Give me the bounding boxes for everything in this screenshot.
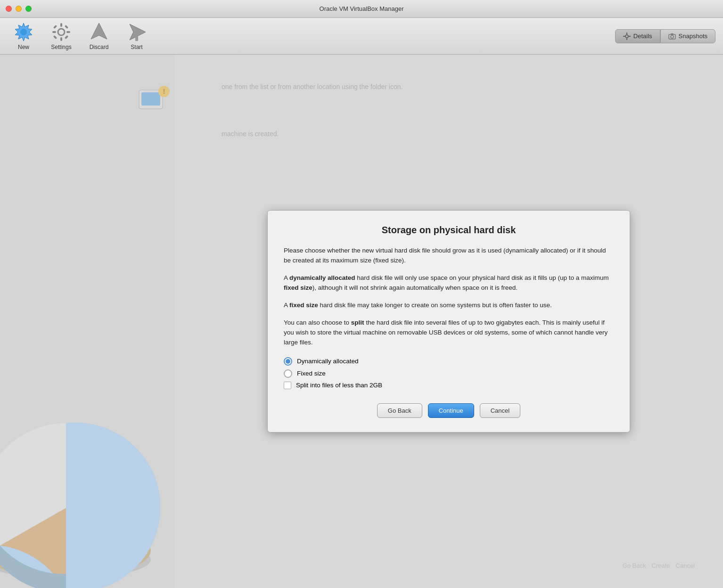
- window-controls: [6, 6, 32, 12]
- bold-split: split: [351, 319, 364, 326]
- snapshots-tab-label: Snapshots: [679, 33, 707, 40]
- toolbar-tabs: Details Snapshots: [615, 29, 715, 43]
- dialog-title: Storage on physical hard disk: [284, 225, 614, 236]
- svg-rect-9: [53, 35, 57, 39]
- svg-rect-17: [623, 36, 625, 37]
- option-split-label: Split into files of less than 2GB: [296, 382, 382, 389]
- new-icon: [14, 22, 33, 42]
- go-back-button[interactable]: Go Back: [377, 403, 422, 418]
- svg-text:!: !: [163, 88, 165, 95]
- svg-point-14: [625, 35, 628, 38]
- start-button[interactable]: Start: [118, 20, 156, 53]
- settings-button[interactable]: Settings: [42, 20, 80, 53]
- continue-button[interactable]: Continue: [428, 403, 474, 418]
- sidebar: !: [0, 55, 174, 588]
- start-label: Start: [131, 44, 142, 50]
- close-button[interactable]: [6, 6, 12, 12]
- dialog-desc-4: You can also choose to split the hard di…: [284, 318, 614, 348]
- option-dynamic[interactable]: Dynamically allocated: [284, 357, 614, 366]
- svg-rect-6: [66, 31, 70, 33]
- bold-fixed-size-2: fixed size: [289, 302, 318, 309]
- svg-rect-8: [65, 24, 68, 28]
- radio-dynamic-circle: [284, 357, 292, 366]
- dialog-desc-2: A dynamically allocated hard disk file w…: [284, 273, 614, 293]
- dialog: Storage on physical hard disk Please cho…: [267, 210, 630, 432]
- svg-rect-4: [60, 37, 62, 41]
- option-split[interactable]: Split into files of less than 2GB: [284, 382, 614, 389]
- content-area: one from the list or from another locati…: [174, 55, 723, 588]
- svg-rect-7: [53, 24, 57, 28]
- svg-rect-18: [629, 36, 631, 37]
- checkbox-split: [284, 382, 291, 389]
- gear-icon: [623, 33, 631, 40]
- window-title: Oracle VM VirtualBox Manager: [320, 5, 404, 12]
- svg-marker-11: [91, 23, 107, 39]
- maximize-button[interactable]: [25, 6, 32, 12]
- svg-point-2: [58, 29, 65, 35]
- svg-rect-5: [52, 31, 56, 33]
- title-bar: Oracle VM VirtualBox Manager: [0, 0, 723, 18]
- discard-icon: [89, 22, 109, 42]
- bg-go-back: Go Back: [623, 562, 646, 569]
- bold-dynamically: dynamically allocated: [289, 274, 355, 281]
- new-button[interactable]: New: [5, 20, 42, 53]
- option-dynamic-label: Dynamically allocated: [297, 358, 359, 365]
- svg-rect-13: [135, 36, 138, 41]
- discard-button[interactable]: Discard: [80, 20, 118, 53]
- dialog-desc-3: A fixed size hard disk file may take lon…: [284, 301, 614, 310]
- svg-rect-16: [626, 38, 627, 40]
- settings-icon: [51, 22, 71, 42]
- svg-rect-21: [671, 33, 674, 35]
- option-fixed[interactable]: Fixed size: [284, 369, 614, 378]
- dialog-body: Please choose whether the new virtual ha…: [284, 246, 614, 347]
- bg-cancel: Cancel: [676, 562, 695, 569]
- svg-rect-26: [141, 92, 160, 106]
- radio-fixed-circle: [284, 369, 292, 378]
- bg-text-2: machine is created.: [222, 130, 279, 138]
- toolbar: New Settings Discard: [0, 18, 723, 55]
- details-tab[interactable]: Details: [615, 29, 660, 43]
- svg-rect-10: [65, 35, 68, 39]
- bold-fixed-size: fixed size: [284, 284, 312, 291]
- dialog-footer: Go Back Continue Cancel: [284, 403, 614, 418]
- settings-label: Settings: [51, 44, 71, 50]
- new-label: New: [18, 44, 29, 50]
- discard-label: Discard: [90, 44, 109, 50]
- bg-buttons: Go Back Create Cancel: [623, 562, 695, 569]
- svg-point-1: [20, 29, 27, 35]
- minimize-button[interactable]: [16, 6, 22, 12]
- radio-options: Dynamically allocated Fixed size Split i…: [284, 357, 614, 389]
- dialog-desc-1: Please choose whether the new virtual ha…: [284, 246, 614, 266]
- snapshots-tab[interactable]: Snapshots: [660, 29, 715, 43]
- bg-text-1: one from the list or from another locati…: [222, 83, 410, 90]
- svg-point-20: [671, 35, 674, 38]
- svg-rect-3: [60, 23, 62, 27]
- radio-dynamic-dot: [286, 359, 290, 364]
- option-fixed-label: Fixed size: [297, 370, 326, 377]
- camera-icon: [668, 33, 676, 40]
- bg-create: Create: [652, 562, 670, 569]
- details-tab-label: Details: [633, 33, 652, 40]
- start-icon: [127, 22, 147, 42]
- svg-rect-15: [626, 33, 627, 34]
- vbox-icon: !: [137, 83, 170, 118]
- cancel-button[interactable]: Cancel: [480, 403, 520, 418]
- main-area: ! one from the list or from another loca…: [0, 55, 723, 588]
- pie-chart: [0, 409, 160, 588]
